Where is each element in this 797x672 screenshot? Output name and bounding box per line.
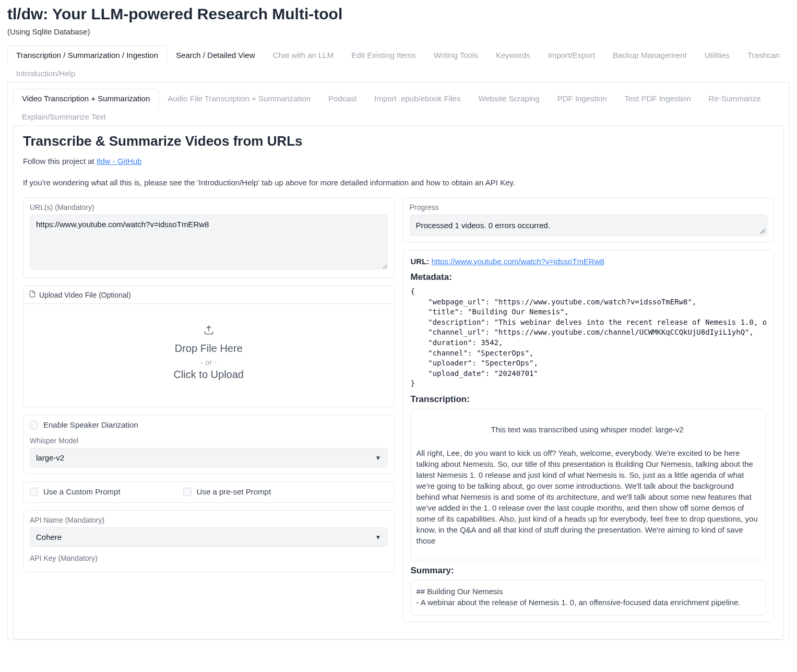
subtab-test-pdf[interactable]: Test PDF Ingestion [616,89,700,108]
tab-utilities[interactable]: Utilities [696,45,739,64]
summary-body: ## Building Our Nemesis - A webinar abou… [417,586,759,608]
api-key-label: API Key (Mandatory) [30,554,388,562]
drop-file-text: Drop File Here [175,343,243,355]
subtab-podcast[interactable]: Podcast [319,89,365,108]
diarize-checkbox[interactable] [30,421,38,429]
custom-prompt-label: Use a Custom Prompt [43,487,121,496]
follow-line: Follow this project at tldw - GitHub [23,156,774,167]
subtab-audio[interactable]: Audio File Transcription + Summarization [159,89,319,108]
whisper-value: large-v2 [36,453,64,462]
tab-import-export[interactable]: Import/Export [539,45,604,64]
transcription-header-line: This text was transcribed using whisper … [417,424,759,435]
url-prefix: URL: [411,257,430,266]
upload-icon [204,325,214,337]
tab-edit[interactable]: Edit Existing Items [342,45,424,64]
click-upload-text: Click to Upload [173,369,244,381]
page-subtitle: (Using Sqlite Database) [7,27,790,36]
urls-block: URL(s) (Mandatory) [23,197,395,278]
progress-block: Progress Processed 1 videos. 0 errors oc… [403,197,775,243]
progress-value: Processed 1 videos. 0 errors occurred. [410,215,768,236]
tab-intro-help[interactable]: Introduction/Help [7,64,84,82]
preset-prompt-checkbox[interactable] [183,488,192,496]
metadata-body: { "webpage_url": "https://www.youtube.co… [411,287,767,389]
tab-keywords[interactable]: Keywords [487,45,539,64]
prompt-block: Use a Custom Prompt Use a pre-set Prompt [23,481,395,503]
page-title: tl/dw: Your LLM-powered Research Multi-t… [7,5,790,23]
diarize-label: Enable Speaker Diarization [43,420,138,429]
tab-trashcan[interactable]: Trashcan [739,45,789,64]
subtab-website[interactable]: Website Scraping [469,89,548,108]
api-name-select[interactable]: Cohere ▼ [30,527,388,547]
tab-transcription[interactable]: Transcription / Summarization / Ingestio… [7,45,167,64]
transcription-body: All right, Lee, do you want to kick us o… [417,447,759,546]
chevron-down-icon: ▼ [375,454,382,462]
upload-dropzone[interactable]: Drop File Here - or - Click to Upload [23,304,394,407]
summary-box[interactable]: ## Building Our Nemesis - A webinar abou… [411,580,767,616]
upload-label: Upload Video File (Optional) [39,291,131,299]
help-text: If you're wondering what all this is, pl… [23,177,774,188]
transcription-box[interactable]: This text was transcribed using whisper … [411,409,767,560]
subtab-epub[interactable]: Import .epub/ebook Files [365,89,469,108]
tab-search[interactable]: Search / Detailed View [167,45,264,64]
file-icon [29,290,36,299]
tab-backup[interactable]: Backup Management [604,45,696,64]
follow-prefix: Follow this project at [23,157,97,166]
upload-block: Upload Video File (Optional) Drop File H… [23,286,395,407]
urls-input[interactable] [30,215,388,269]
api-name-label: API Name (Mandatory) [30,516,388,524]
whisper-select[interactable]: large-v2 ▼ [30,448,388,467]
summary-title: Summary: [411,565,767,576]
transcription-title: Transcription: [411,394,767,405]
subtab-explain[interactable]: Explain/Summarize Text [13,107,115,126]
main-tabs: Transcription / Summarization / Ingestio… [7,45,790,82]
urls-label: URL(s) (Mandatory) [30,203,388,211]
metadata-title: Metadata: [411,272,767,282]
section-heading: Transcribe & Summarize Videos from URLs [23,133,774,149]
api-name-value: Cohere [36,533,62,541]
github-link[interactable]: tldw - GitHub [97,157,142,166]
subtab-video[interactable]: Video Transcription + Summarization [13,89,159,108]
tab-writing[interactable]: Writing Tools [425,45,487,64]
sub-tabs: Video Transcription + Summarization Audi… [13,89,784,126]
subtab-pdf[interactable]: PDF Ingestion [549,89,616,108]
diarize-whisper-block: Enable Speaker Diarization Whisper Model… [23,415,395,474]
api-block: API Name (Mandatory) Cohere ▼ API Key (M… [23,510,395,572]
progress-label: Progress [410,203,768,211]
tab-chat[interactable]: Chat with an LLM [264,45,343,64]
whisper-label: Whisper Model [30,437,388,445]
custom-prompt-checkbox[interactable] [30,488,38,496]
subtab-resummarize[interactable]: Re-Summarize [700,89,770,108]
preset-prompt-label: Use a pre-set Prompt [197,487,271,496]
or-text: - or - [200,358,217,367]
result-block: URL: https://www.youtube.com/watch?v=ids… [403,250,775,622]
chevron-down-icon: ▼ [375,534,382,541]
result-url-link[interactable]: https://www.youtube.com/watch?v=idssoTmE… [432,257,604,266]
